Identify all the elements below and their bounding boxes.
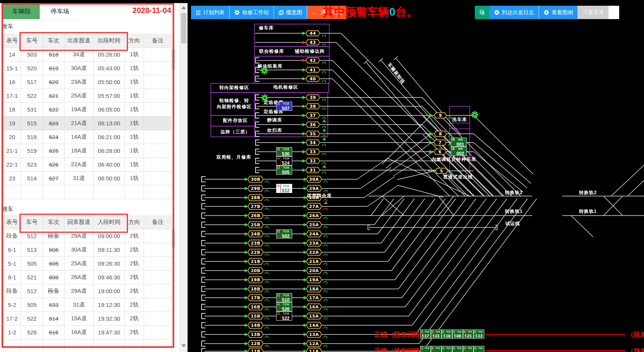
- track-label-hexagon[interactable]: 19B: [248, 276, 264, 284]
- only-car-number-button[interactable]: 只看车号: [578, 6, 608, 19]
- track-label-hexagon[interactable]: 20B: [248, 267, 264, 274]
- panel-scrollbar-thumb[interactable]: [181, 13, 186, 44]
- overview-map-button[interactable]: 概览图: [274, 6, 307, 19]
- track-label-hexagon[interactable]: 43: [306, 39, 320, 46]
- track-label-hexagon[interactable]: 34: [306, 140, 320, 146]
- track-label-hexagon[interactable]: 24B: [248, 230, 264, 238]
- repair-workstation-button[interactable]: 检修工作站: [230, 6, 274, 19]
- table-row[interactable]: 1450361834道05:26:001轨: [3, 48, 172, 62]
- view-legend-button[interactable]: 查看图例: [539, 6, 578, 19]
- table-row[interactable]: 21-151962518A道06:28:001轨: [3, 144, 172, 158]
- track-label-hexagon[interactable]: 22B: [248, 249, 264, 256]
- track-label-hexagon[interactable]: 28B: [248, 194, 264, 201]
- track-label-hexagon[interactable]: 37: [306, 112, 320, 119]
- table-row[interactable]: 15-152061930A道05:43:001轨: [3, 62, 172, 75]
- track-label-hexagon[interactable]: 8: [434, 131, 447, 137]
- track-label-hexagon[interactable]: 38: [306, 103, 320, 110]
- mainline-train-box[interactable]: 正TC6531: [431, 329, 442, 339]
- mainline-train-box[interactable]: 正TC6: [474, 346, 484, 352]
- track-label-hexagon[interactable]: 23A: [306, 240, 322, 247]
- table-row[interactable]: 17-152262125A道05:57:001轨: [3, 89, 172, 103]
- track-label-hexagon[interactable]: 6: [434, 149, 447, 155]
- track-label-hexagon[interactable]: 26B: [248, 212, 264, 219]
- mainline-train-box[interactable]: 正TC6508: [452, 329, 463, 339]
- track-label-hexagon[interactable]: 13A: [306, 331, 322, 338]
- track-label-hexagon[interactable]: 41: [306, 67, 320, 73]
- track-label-hexagon[interactable]: 11B: [248, 348, 264, 352]
- track-label-hexagon[interactable]: 12A: [306, 340, 322, 347]
- track-label-hexagon[interactable]: 21A: [306, 258, 322, 265]
- tab-parking[interactable]: 停车场: [40, 4, 80, 19]
- track-label-hexagon[interactable]: 7: [434, 140, 447, 146]
- track-label-hexagon[interactable]: 31: [306, 167, 320, 174]
- table-row[interactable]: 5-250563331道19:12:302轨: [3, 298, 172, 312]
- train-box[interactable]: 口TC6510: [276, 293, 292, 302]
- mainline-train-box[interactable]: 正TC6513: [474, 329, 484, 339]
- train-box[interactable]: 调NR002: [451, 147, 467, 156]
- table-row[interactable]: 2351462731道06:50:001轨: [3, 172, 172, 185]
- track-label-hexagon[interactable]: 32: [306, 158, 320, 164]
- depart-scrollbar-thumb[interactable]: [172, 49, 175, 70]
- track-label-hexagon[interactable]: 14A: [306, 322, 322, 329]
- track-label-hexagon[interactable]: 35: [306, 131, 320, 137]
- train-box[interactable]: 口TC6505: [276, 165, 292, 175]
- track-label-hexagon[interactable]: 26A: [306, 212, 322, 219]
- table-row[interactable]: 1951562321A道06:13:001轨: [3, 117, 172, 130]
- table-row[interactable]: 段备512段备29A道19:00:002轨: [3, 284, 172, 298]
- mainline-train-box[interactable]: 正TC6: [463, 346, 474, 352]
- track-label-hexagon[interactable]: 5: [435, 168, 448, 174]
- table-row[interactable]: 8-152160826A道09:46:302轨: [3, 271, 172, 284]
- track-label-hexagon[interactable]: 25B: [248, 221, 264, 229]
- table-row[interactable]: 5-150560525A道09:26:302轨: [3, 257, 172, 271]
- track-label-hexagon[interactable]: 21B: [248, 258, 264, 265]
- table-row[interactable]: 17-252261415A道19:32:302轨: [3, 312, 172, 326]
- track-label-hexagon[interactable]: 44: [306, 30, 320, 37]
- track-label-hexagon[interactable]: 23B: [248, 240, 264, 247]
- train-box[interactable]: 调NR001: [451, 138, 467, 147]
- track-label-hexagon[interactable]: 33: [306, 149, 320, 155]
- train-box[interactable]: 口TC6522: [276, 311, 292, 321]
- train-box[interactable]: 日TC6530: [276, 147, 292, 156]
- arrive-depart-log-button[interactable]: 到达出发日志: [489, 6, 539, 19]
- arrive-scrollbar-thumb[interactable]: [172, 229, 175, 248]
- table-row[interactable]: 1-252661616A道19:47:302轨: [3, 326, 172, 339]
- track-label-hexagon[interactable]: 11A: [306, 348, 322, 352]
- track-label-hexagon[interactable]: 36: [306, 122, 320, 128]
- track-label-hexagon[interactable]: 39: [306, 94, 320, 101]
- track-label-hexagon[interactable]: 30B: [248, 176, 264, 183]
- mainline-train-box[interactable]: 正TC6521: [463, 329, 474, 339]
- track-label-hexagon[interactable]: 25A: [306, 221, 322, 229]
- mainline-train-box[interactable]: 正TC6: [442, 346, 452, 352]
- track-label-hexagon[interactable]: 24A: [306, 230, 322, 238]
- arrive-table-scrollbar[interactable]: [172, 215, 175, 347]
- track-label-hexagon[interactable]: 29B: [248, 185, 264, 192]
- tab-depot[interactable]: 车辆段: [3, 4, 40, 19]
- track-label-hexagon[interactable]: 29A: [306, 185, 322, 192]
- track-label-hexagon[interactable]: 13B: [248, 331, 264, 338]
- table-row[interactable]: 2051862414A道06:21:001轨: [3, 130, 172, 144]
- track-label-hexagon[interactable]: 18A: [306, 285, 322, 293]
- track-label-hexagon[interactable]: 18B: [248, 285, 264, 293]
- track-label-hexagon[interactable]: 19A: [306, 276, 322, 284]
- mainline-train-box[interactable]: 正TC6: [452, 346, 463, 352]
- train-box[interactable]: 热TC6512: [276, 184, 292, 193]
- train-box[interactable]: HTC6524: [276, 156, 292, 165]
- train-box[interactable]: 日TC6502: [276, 229, 292, 238]
- track-label-hexagon[interactable]: 16B: [248, 303, 264, 311]
- track-label-hexagon[interactable]: 42: [306, 57, 320, 64]
- track-label-hexagon[interactable]: 17A: [306, 294, 322, 302]
- track-label-hexagon[interactable]: 27B: [248, 203, 264, 210]
- table-row[interactable]: 1651762023A道05:50:001轨: [3, 75, 172, 89]
- mainline-train-box[interactable]: 正TC6518: [442, 329, 452, 339]
- track-label-hexagon[interactable]: 22A: [306, 249, 322, 256]
- track-label-hexagon[interactable]: 30A: [306, 176, 322, 183]
- scroll-down-arrow-icon[interactable]: [181, 344, 186, 347]
- track-label-hexagon[interactable]: 15B: [248, 313, 264, 320]
- train-box[interactable]: HTC6526: [276, 302, 292, 311]
- track-label-hexagon[interactable]: 27A: [306, 203, 322, 210]
- yard-button[interactable]: 场: [475, 6, 489, 19]
- table-row[interactable]: 1853162219A道06:05:001轨: [3, 103, 172, 117]
- track-label-hexagon[interactable]: 14B: [248, 322, 264, 329]
- table-row[interactable]: 6-151360630A道09:11:302轨: [3, 243, 172, 257]
- depart-table-scrollbar[interactable]: [172, 34, 175, 201]
